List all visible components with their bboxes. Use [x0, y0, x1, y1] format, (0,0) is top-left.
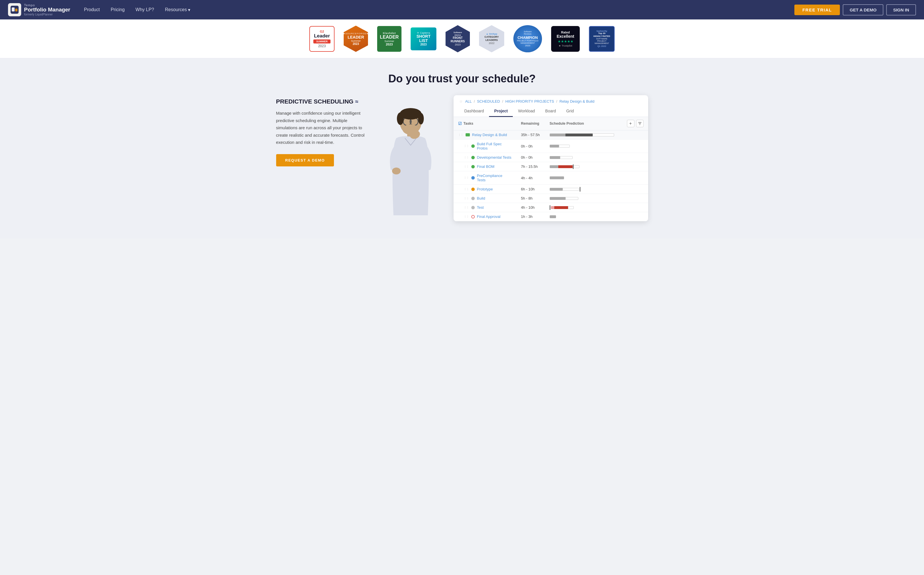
person-image: [379, 95, 442, 215]
task-build-full-spec[interactable]: ⋮⋮ Build Full Spec Protos: [458, 142, 512, 150]
bar-prototype: [545, 185, 648, 194]
table-actions: +: [627, 120, 644, 127]
logo-product-name: Portfolio Manager: [24, 7, 70, 13]
bar-relay: [545, 130, 648, 140]
logo[interactable]: Tempo Portfolio Manager formerly LiquidP…: [8, 3, 70, 16]
tab-project[interactable]: Project: [489, 106, 513, 117]
add-column-button[interactable]: +: [627, 120, 634, 127]
bar-build: [545, 194, 648, 203]
table-row: ⋮⋮ Prototype 6h - 10h: [454, 185, 648, 194]
nav-link-pricing[interactable]: Pricing: [106, 5, 129, 14]
drag-handle: ⋮⋮: [464, 165, 469, 168]
tab-workload[interactable]: Workload: [513, 106, 540, 117]
table-row: ⋮⋮ Final BOM 7h - 15.5h: [454, 162, 648, 171]
svg-point-11: [392, 168, 401, 175]
badge-getapp: ▲ GetApp CATEGORYLEADERS 2022: [479, 25, 504, 52]
task-name-cell: ⋮⋮ Developmental Tests: [454, 153, 516, 162]
left-column: PREDICTIVE SCHEDULING ≈ Manage with conf…: [276, 95, 368, 167]
remaining-precompliance: 4h - 4h: [516, 171, 545, 185]
remaining-prototype: 6h - 10h: [516, 185, 545, 194]
task-name-cell: ⋮⋮ Final BOM: [454, 162, 516, 171]
task-name-cell: ⋮⋮ Build: [454, 194, 516, 203]
tab-dashboard[interactable]: Dashboard: [459, 106, 489, 117]
drag-handle: ⋮⋮: [464, 206, 469, 209]
tab-grid[interactable]: Grid: [561, 106, 579, 117]
nav-links: Product Pricing Why LP? Resources ▾: [80, 5, 794, 15]
breadcrumb-all[interactable]: ALL: [465, 99, 472, 103]
status-dot: [471, 206, 475, 209]
badge-software-reviews: SoftwareReviews CHAMPION PROJECT PORTFOL…: [513, 25, 542, 52]
chevron-down-icon: ▾: [188, 7, 190, 13]
logo-text: Tempo Portfolio Manager formerly LiquidP…: [24, 3, 70, 16]
drag-handle: ⋮⋮: [464, 176, 469, 179]
main-content: Do you trust your schedule? PREDICTIVE S…: [0, 58, 924, 238]
nav-link-resources[interactable]: Resources ▾: [160, 5, 194, 15]
nav-buttons: FREE TRIAL GET A DEMO SIGN IN: [794, 4, 916, 16]
table-row: ⋮⋮ PreCompliance Tests 4h - 4h: [454, 171, 648, 185]
th-tasks: ☑ Tasks: [454, 117, 516, 130]
content-row: PREDICTIVE SCHEDULING ≈ Manage with conf…: [276, 95, 648, 221]
breadcrumb-high-priority[interactable]: HIGH PRIORITY PROJECTS: [505, 99, 554, 103]
task-final-approval[interactable]: ⋮⋮ Final Approval: [458, 214, 512, 219]
remaining-final-bom: 7h - 15.5h: [516, 162, 545, 171]
breadcrumb-scheduled[interactable]: SCHEDULED: [477, 99, 500, 103]
svg-point-15: [418, 113, 424, 124]
bar-build-full-spec: [545, 140, 648, 153]
task-final-bom[interactable]: ⋮⋮ Final BOM: [458, 164, 512, 169]
breadcrumb-current: Relay Design & Build: [559, 99, 594, 103]
task-name-cell: ⋮⋮ Test: [454, 203, 516, 212]
task-name-cell: ⋮⋮ PreCompliance Tests: [454, 171, 516, 185]
filter-button[interactable]: [636, 120, 644, 127]
task-test[interactable]: ⋮⋮ Test: [458, 205, 512, 210]
tasks-checkbox: ☑: [458, 121, 462, 126]
task-build[interactable]: ⋮⋮ Build: [458, 196, 512, 200]
breadcrumb: ☆ ALL / SCHEDULED / HIGH PRIORITY PROJEC…: [454, 95, 648, 103]
status-dot: [471, 156, 475, 159]
feature-title: PREDICTIVE SCHEDULING ≈: [276, 98, 368, 105]
request-demo-button[interactable]: REQUEST A DEMO: [276, 154, 334, 167]
task-prototype[interactable]: ⋮⋮ Prototype: [458, 187, 512, 191]
drag-handle: ⋮⋮: [458, 133, 463, 137]
bar-final-bom: [545, 162, 648, 171]
badges-strip: G2 Leader SUMMER 2023 ★SOURCEFORGE★ LEAD…: [0, 19, 924, 58]
free-trial-button[interactable]: FREE TRIAL: [794, 5, 840, 15]
get-demo-button[interactable]: GET A DEMO: [843, 4, 883, 16]
nav-link-why-lp[interactable]: Why LP?: [131, 5, 159, 14]
remaining-dev-tests: 0h - 0h: [516, 153, 545, 162]
project-panel: ☆ ALL / SCHEDULED / HIGH PRIORITY PROJEC…: [454, 95, 648, 221]
sign-in-button[interactable]: SIGN IN: [886, 4, 916, 16]
status-dot: [471, 197, 475, 200]
logo-icon: [8, 3, 21, 16]
status-dot: [471, 187, 475, 191]
logo-formerly: formerly LiquidPlanner: [24, 13, 70, 16]
task-precompliance[interactable]: ⋮⋮ PreCompliance Tests: [458, 173, 512, 182]
task-dev-tests[interactable]: ⋮⋮ Developmental Tests: [458, 155, 512, 160]
remaining-build-full-spec: 0h - 0h: [516, 140, 545, 153]
task-relay[interactable]: ⋮⋮ Relay Design & Build: [458, 133, 512, 137]
drag-handle: ⋮⋮: [464, 188, 469, 191]
badge-software-advice: SoftwareAdvice FRONTRUNNERS 2023: [446, 25, 470, 52]
drag-handle: ⋮⋮: [464, 197, 469, 200]
badge-saasworthy: SaaSworthy Top 20HIGHLY RATED SOFTWAREPR…: [589, 26, 615, 52]
bar-dev-tests: [545, 153, 648, 162]
breadcrumb-star-icon: ☆: [459, 99, 463, 103]
remaining-final-approval: 1h - 3h: [516, 212, 545, 221]
task-name-cell: ⋮⋮ Relay Design & Build: [454, 130, 516, 140]
bar-test: [545, 203, 648, 212]
tab-board[interactable]: Board: [540, 106, 561, 117]
project-table: ☑ Tasks Remaining Schedule Prediction +: [454, 117, 648, 221]
th-remaining: Remaining: [516, 117, 545, 130]
navbar: Tempo Portfolio Manager formerly LiquidP…: [0, 0, 924, 19]
task-name-cell: ⋮⋮ Prototype: [454, 185, 516, 194]
table-row: ⋮⋮ Build 5h - 8h: [454, 194, 648, 203]
feature-description: Manage with confidence using our intelli…: [276, 110, 368, 146]
task-name-cell: ⋮⋮ Build Full Spec Protos: [454, 140, 516, 153]
task-name-cell: ⋮⋮ Final Approval: [454, 212, 516, 221]
hero-headline: Do you trust your schedule?: [17, 73, 907, 85]
nav-link-product[interactable]: Product: [80, 5, 104, 14]
folder-icon: [465, 133, 470, 137]
wave-icon: ≈: [355, 98, 358, 105]
status-dot: [471, 215, 475, 218]
svg-rect-1: [12, 8, 14, 11]
badge-slashdot: Slashdot LEADER Summer 2023: [377, 26, 401, 52]
